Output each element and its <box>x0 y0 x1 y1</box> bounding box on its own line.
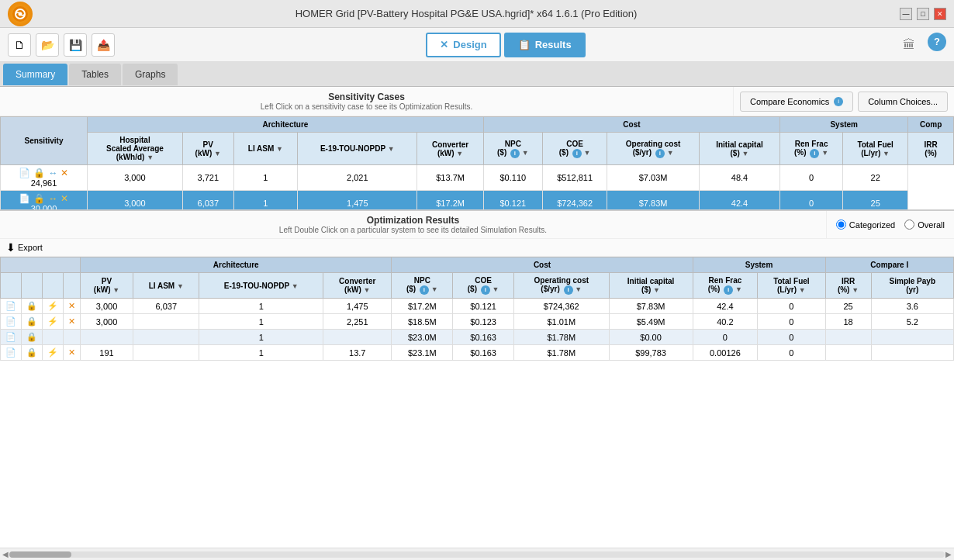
subcol-npc[interactable]: NPC($) i ▼ <box>483 133 542 165</box>
subcol-opcost[interactable]: Operating cost($/yr) i ▼ <box>607 133 699 165</box>
icon-arr[interactable]: ↔ <box>48 168 57 178</box>
opt-subcol-npc[interactable]: NPC($) i ▼ <box>392 273 453 299</box>
opt-i2[interactable]: 🔒 <box>22 299 43 314</box>
opt-subcol-payb[interactable]: Simple Payb(yr) <box>871 273 953 299</box>
opt-subcol-irr[interactable]: IRR(%) ▼ <box>825 273 871 299</box>
tab-graphs[interactable]: Graphs <box>123 64 178 85</box>
opt-row-icon1[interactable]: 📄 <box>5 301 16 310</box>
opt-row-icon1[interactable]: 📄 <box>5 332 16 341</box>
opt-i4[interactable] <box>64 330 81 345</box>
opt-i4[interactable]: ✕ <box>64 314 81 330</box>
maximize-button[interactable]: □ <box>917 8 929 20</box>
opt-subcol-initcap[interactable]: Initial capital($) ▼ <box>609 273 693 299</box>
icon-doc[interactable]: 📄 <box>19 193 30 204</box>
icon-lock[interactable]: 🔒 <box>33 193 45 204</box>
h-scroll-track[interactable] <box>9 551 945 558</box>
opt-i1[interactable]: 📄 <box>1 330 22 345</box>
opt-subcol-liasm[interactable]: LI ASM ▼ <box>133 273 199 299</box>
opt-row-icon1[interactable]: 📄 <box>5 316 16 326</box>
opt-toolbar: ⬇ Export <box>0 239 954 257</box>
opt-subcol-coe[interactable]: COE($) i ▼ <box>453 273 514 299</box>
scroll-right-btn[interactable]: ▶ <box>945 550 952 558</box>
opt-row-icon2[interactable]: 🔒 <box>26 332 37 341</box>
subcol-e19[interactable]: E-19-TOU-NOPDP ▼ <box>298 133 417 165</box>
opt-subcol-conv[interactable]: Converter(kW) ▼ <box>323 273 392 299</box>
compare-info-icon[interactable]: i <box>834 97 843 106</box>
opt-subcol-fuel[interactable]: Total Fuel(L/yr) ▼ <box>758 273 825 299</box>
column-choices-button[interactable]: Column Choices... <box>858 92 948 112</box>
opt-i3[interactable] <box>43 330 64 345</box>
opt-row-icon4[interactable]: ✕ <box>68 301 75 310</box>
opt-i2[interactable]: 🔒 <box>22 330 43 345</box>
opt-i3[interactable]: ⚡ <box>43 314 64 330</box>
sensitivity-row[interactable]: 📄 🔒 ↔ ✕ 30,000 3,000 6,037 1 1,475 $17.2… <box>1 191 954 210</box>
tab-summary[interactable]: Summary <box>3 64 67 85</box>
opt-i3[interactable]: ⚡ <box>43 345 64 361</box>
opt-i2[interactable]: 🔒 <box>22 345 43 361</box>
icon-arr[interactable]: ↔ <box>48 193 57 204</box>
subcol-converter[interactable]: Converter(kW) ▼ <box>417 133 483 165</box>
results-button[interactable]: 📋 Results <box>504 33 586 57</box>
opt-row-icon4[interactable]: ✕ <box>68 347 75 357</box>
opt-subcol-e19[interactable]: E-19-TOU-NOPDP ▼ <box>199 273 323 299</box>
opt-i2[interactable]: 🔒 <box>22 314 43 330</box>
sensitivity-table[interactable]: Sensitivity Architecture Cost System Com… <box>0 116 954 209</box>
subcol-hospital-avg[interactable]: HospitalScaled Average(kWh/d) ▼ <box>87 133 182 165</box>
icon-x[interactable]: ✕ <box>60 168 68 178</box>
h-scrollbar[interactable]: ◀ ▶ <box>0 548 954 560</box>
tab-tables[interactable]: Tables <box>69 64 121 85</box>
subcol-liasm[interactable]: LI ASM ▼ <box>233 133 298 165</box>
icon-x[interactable]: ✕ <box>60 193 68 204</box>
opt-row[interactable]: 📄 🔒 ⚡ ✕ 3,000 1 2,251 $18.5M $0.123 $1.0… <box>1 314 954 330</box>
opt-i4[interactable]: ✕ <box>64 345 81 361</box>
new-button[interactable]: 🗋 <box>8 33 31 57</box>
subcol-coe[interactable]: COE($) i ▼ <box>542 133 607 165</box>
compare-economics-button[interactable]: Compare Economics i <box>740 92 853 112</box>
opt-i4[interactable]: ✕ <box>64 299 81 314</box>
opt-i1[interactable]: 📄 <box>1 345 22 361</box>
subcol-irr[interactable]: IRR(%) <box>908 133 954 165</box>
opt-row-icon2[interactable]: 🔒 <box>26 347 37 357</box>
opt-row-icon4[interactable]: ✕ <box>68 316 75 326</box>
opt-row-icon1[interactable]: 📄 <box>5 347 16 357</box>
opt-table-wrap[interactable]: Architecture Cost System Compare I PV(kW… <box>0 257 954 548</box>
icon-doc[interactable]: 📄 <box>19 168 30 178</box>
opt-i3[interactable]: ⚡ <box>43 299 64 314</box>
save-button[interactable]: 💾 <box>64 33 87 57</box>
opt-row-icon3[interactable]: ⚡ <box>47 301 58 310</box>
subcol-totalfuel[interactable]: Total Fuel(L/yr) ▼ <box>842 133 907 165</box>
opt-row[interactable]: 📄 🔒 1 $23.0M $0.163 $1.78M $0.00 0 0 <box>1 330 954 345</box>
opt-row[interactable]: 📄 🔒 ⚡ ✕ 3,000 6,037 1 1,475 $17.2M $0.12… <box>1 299 954 314</box>
subcol-initcap[interactable]: Initial capital($) ▼ <box>699 133 779 165</box>
design-button[interactable]: ✕ Design <box>426 33 500 57</box>
opt-row-icon3[interactable]: ⚡ <box>47 316 58 326</box>
building-icon[interactable]: 🏛 <box>897 33 921 57</box>
opt-subcol-pv[interactable]: PV(kW) ▼ <box>81 273 133 299</box>
opt-row-icon2[interactable]: 🔒 <box>26 316 37 326</box>
opt-subcol-opcost[interactable]: Operating cost($/yr) i ▼ <box>514 273 610 299</box>
scroll-left-btn[interactable]: ◀ <box>2 550 9 558</box>
h-scroll-thumb[interactable] <box>9 551 71 558</box>
sensitivity-row[interactable]: 📄 🔒 ↔ ✕ 24,961 3,000 3,721 1 2,021 $13.7… <box>1 165 954 191</box>
opt-row[interactable]: 📄 🔒 ⚡ ✕ 191 1 13.7 $23.1M $0.163 $1.78M … <box>1 345 954 361</box>
subcol-renfrac[interactable]: Ren Frac(%) i ▼ <box>780 133 843 165</box>
icon-lock[interactable]: 🔒 <box>33 168 45 178</box>
export-button[interactable]: 📤 <box>92 33 115 57</box>
overall-radio[interactable] <box>904 220 914 230</box>
opt-i1[interactable]: 📄 <box>1 299 22 314</box>
overall-radio-label[interactable]: Overall <box>904 220 945 230</box>
subcol-pv[interactable]: PV(kW) ▼ <box>182 133 233 165</box>
opt-row-icon2[interactable]: 🔒 <box>26 301 37 310</box>
tab-summary-label: Summary <box>16 69 55 80</box>
minimize-button[interactable]: — <box>900 8 912 20</box>
categorized-radio-label[interactable]: Categorized <box>836 220 895 230</box>
opt-subcol-renfrac[interactable]: Ren Frac(%) i ▼ <box>693 273 758 299</box>
export-label[interactable]: Export <box>18 243 43 252</box>
open-button[interactable]: 📂 <box>36 33 59 57</box>
categorized-radio[interactable] <box>836 220 846 230</box>
opt-row-icon3[interactable]: ⚡ <box>47 347 58 357</box>
help-icon[interactable]: ? <box>928 33 946 51</box>
opt-i1[interactable]: 📄 <box>1 314 22 330</box>
col-group-architecture: Architecture <box>87 117 483 133</box>
close-button[interactable]: ✕ <box>934 8 946 20</box>
